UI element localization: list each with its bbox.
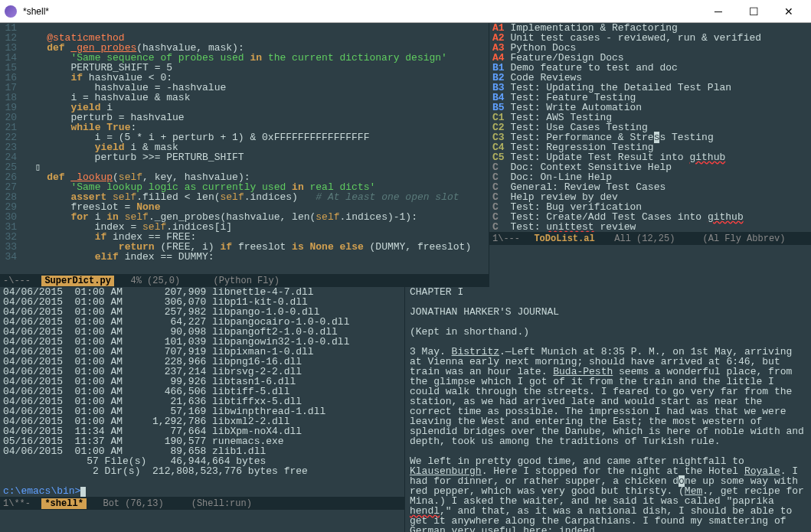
cursor — [80, 487, 86, 497]
modeline-prefix: 1\**- — [3, 498, 41, 509]
code-line[interactable]: 24 perturb >>= PERTURB_SHIFT — [0, 152, 489, 162]
modeline-info: Bot (76,13) (Shell:run) — [87, 498, 252, 509]
code-text: elif index == DUMMY: — [23, 252, 489, 262]
shell-line: 2 Dir(s) 212,808,523,776 bytes free — [3, 466, 401, 476]
emacs-icon — [5, 5, 17, 18]
modeline-info: All (12,25) (Al Fly Abbrev) — [598, 233, 786, 244]
todo-content[interactable]: A1 Implementation & RefactoringA2 Unit t… — [489, 23, 811, 232]
editor-area: 1112 @staticmethod13 def _gen_probes(has… — [0, 23, 811, 532]
minimize-button[interactable]: ─ — [701, 0, 736, 23]
bottom-split: 04/06/2015 01:00 AM 207,909 libnettle-4-… — [0, 287, 811, 532]
shell-prompt[interactable]: c:\emacs\bin> — [3, 486, 401, 497]
modeline-file: ToDoList.al — [531, 233, 597, 244]
window-title: *shell* — [23, 6, 701, 17]
modeline-info: 4% (25,0) (Python Fly) — [114, 276, 280, 286]
line-number: 34 — [0, 252, 23, 262]
modeline-prefix: 1\--- — [492, 233, 531, 244]
shell-modeline[interactable]: 1\**- *shell* Bot (76,13) (Shell:run) — [0, 497, 404, 510]
code-line[interactable]: 34 elif index == DUMMY: — [0, 252, 489, 262]
maximize-button[interactable]: ☐ — [736, 0, 771, 23]
dracula-buffer[interactable]: CHAPTER I JONATHAN HARKER'S JOURNAL (Kep… — [404, 287, 811, 532]
todo-modeline[interactable]: 1\--- ToDoList.al All (12,25) (Al Fly Ab… — [489, 232, 811, 245]
dracula-content[interactable]: CHAPTER I JONATHAN HARKER'S JOURNAL (Kep… — [405, 287, 811, 532]
code-text: perturb >>= PERTURB_SHIFT — [23, 152, 489, 162]
window-titlebar: *shell* ─ ☐ ✕ — [0, 0, 811, 23]
shell-buffer[interactable]: 04/06/2015 01:00 AM 207,909 libnettle-4-… — [0, 287, 404, 532]
todo-item[interactable]: C Test: unittest review — [492, 222, 808, 232]
code-modeline[interactable]: -\--- SuperDict.py 4% (25,0) (Python Fly… — [0, 274, 489, 287]
shell-content[interactable]: 04/06/2015 01:00 AM 207,909 libnettle-4-… — [0, 287, 404, 497]
todo-buffer[interactable]: A1 Implementation & RefactoringA2 Unit t… — [489, 23, 811, 287]
top-split: 1112 @staticmethod13 def _gen_probes(has… — [0, 23, 811, 287]
modeline-file: SuperDict.py — [41, 276, 113, 286]
code-buffer[interactable]: 1112 @staticmethod13 def _gen_probes(has… — [0, 23, 489, 287]
window-controls: ─ ☐ ✕ — [701, 0, 806, 23]
close-button[interactable]: ✕ — [771, 0, 806, 23]
modeline-file: *shell* — [41, 498, 86, 509]
modeline-prefix: -\--- — [3, 276, 41, 286]
code-content[interactable]: 1112 @staticmethod13 def _gen_probes(has… — [0, 23, 489, 274]
